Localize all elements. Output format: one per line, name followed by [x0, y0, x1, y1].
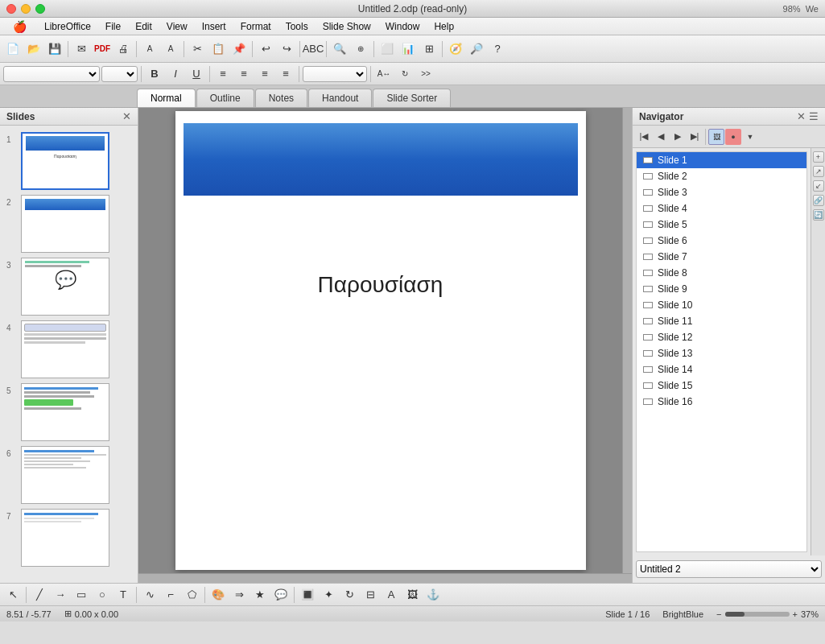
- slide-preview-6[interactable]: [21, 446, 109, 504]
- font-size-select[interactable]: [101, 66, 138, 82]
- rect-tool[interactable]: ▭: [72, 585, 91, 605]
- arrow-shapes-tool[interactable]: ⇒: [229, 585, 249, 605]
- pdf-button[interactable]: PDF: [93, 39, 112, 59]
- nav-back-far-button[interactable]: |◀: [636, 129, 652, 145]
- new-button[interactable]: 📄: [3, 39, 23, 59]
- navigator-file-select[interactable]: Untitled 2: [636, 560, 822, 578]
- menu-slideshow[interactable]: Slide Show: [316, 19, 377, 34]
- shapes-button[interactable]: ⬜: [377, 39, 397, 59]
- horizontal-scrollbar[interactable]: [138, 573, 632, 583]
- zoom-out-button[interactable]: −: [716, 609, 721, 619]
- arrow-tool[interactable]: →: [51, 585, 70, 605]
- shadow-tool[interactable]: 🔳: [298, 585, 317, 605]
- star-tool[interactable]: ★: [250, 585, 270, 605]
- undo-button[interactable]: ↩: [256, 39, 275, 59]
- slide-thumb-3[interactable]: 3 💬: [6, 258, 131, 316]
- fontwork-tool[interactable]: A: [382, 585, 401, 605]
- chart-button[interactable]: 📊: [398, 39, 418, 59]
- nav-item-7[interactable]: Slide 7: [637, 249, 806, 265]
- vertical-scrollbar[interactable]: [622, 108, 632, 573]
- more-btn[interactable]: >>: [416, 64, 435, 84]
- rotate-btn[interactable]: ↻: [395, 64, 415, 84]
- menu-libreoffice[interactable]: LibreOffice: [38, 19, 97, 34]
- tab-normal[interactable]: Normal: [137, 89, 196, 107]
- insert-image-tool[interactable]: 🖼: [402, 585, 422, 605]
- help-icon[interactable]: ?: [488, 39, 507, 59]
- apple-menu[interactable]: 🍎: [6, 19, 33, 35]
- char-spacing-button[interactable]: A↔: [374, 64, 394, 84]
- maximize-button[interactable]: [35, 4, 45, 14]
- font-style-1[interactable]: A: [140, 39, 159, 59]
- tab-outline[interactable]: Outline: [196, 89, 254, 107]
- minimize-button[interactable]: [21, 4, 31, 14]
- line-spacing-select[interactable]: [303, 66, 367, 82]
- slide-thumb-7[interactable]: 7: [6, 509, 131, 567]
- align-center-button[interactable]: ≡: [234, 64, 254, 84]
- cut-button[interactable]: ✂: [188, 39, 207, 59]
- open-button[interactable]: 📂: [24, 39, 43, 59]
- nav-item-5[interactable]: Slide 5: [637, 217, 806, 233]
- nav-side-5[interactable]: 🔄: [813, 209, 824, 221]
- navigator-close-button[interactable]: ✕: [797, 110, 806, 122]
- navigator-button[interactable]: 🧭: [446, 39, 465, 59]
- email-button[interactable]: ✉: [72, 39, 91, 59]
- print-button[interactable]: 🖨: [113, 39, 133, 59]
- table-button[interactable]: ⊞: [419, 39, 439, 59]
- nav-item-15[interactable]: Slide 15: [637, 378, 806, 394]
- menu-file[interactable]: File: [99, 19, 127, 34]
- italic-button[interactable]: I: [166, 64, 185, 84]
- callout-tool[interactable]: 💬: [271, 585, 291, 605]
- underline-button[interactable]: U: [187, 64, 206, 84]
- nav-item-1[interactable]: Slide 1: [637, 152, 806, 168]
- tab-handout[interactable]: Handout: [308, 89, 372, 107]
- nav-side-1[interactable]: +: [813, 151, 824, 163]
- nav-item-13[interactable]: Slide 13: [637, 345, 806, 361]
- nav-item-8[interactable]: Slide 8: [637, 265, 806, 281]
- nav-back-button[interactable]: ◀: [653, 129, 669, 145]
- fill-color-tool[interactable]: 🎨: [208, 585, 228, 605]
- menu-edit[interactable]: Edit: [129, 19, 159, 34]
- nav-item-2[interactable]: Slide 2: [637, 168, 806, 184]
- close-button[interactable]: [6, 4, 16, 14]
- slide-thumb-2[interactable]: 2: [6, 195, 131, 253]
- align-tool[interactable]: ⊟: [361, 585, 380, 605]
- slide-thumb-5[interactable]: 5: [6, 383, 131, 441]
- nav-item-16[interactable]: Slide 16: [637, 394, 806, 410]
- menu-window[interactable]: Window: [379, 19, 427, 34]
- slide-thumb-1[interactable]: 1 Παρουσίαση: [6, 132, 131, 190]
- menu-tools[interactable]: Tools: [279, 19, 315, 34]
- slide-preview-7[interactable]: [21, 509, 109, 567]
- nav-side-4[interactable]: 🔗: [813, 195, 824, 206]
- justify-button[interactable]: ≡: [276, 64, 295, 84]
- line-tool[interactable]: ╱: [30, 585, 49, 605]
- nav-item-11[interactable]: Slide 11: [637, 313, 806, 329]
- slide-thumb-6[interactable]: 6: [6, 446, 131, 504]
- copy-button[interactable]: 📋: [208, 39, 228, 59]
- zoom-in-button[interactable]: +: [793, 609, 798, 619]
- window-controls[interactable]: [6, 4, 45, 14]
- nav-item-14[interactable]: Slide 14: [637, 361, 806, 378]
- nav-item-3[interactable]: Slide 3: [637, 184, 806, 200]
- align-right-button[interactable]: ≡: [255, 64, 274, 84]
- nav-expand-button[interactable]: ▼: [742, 129, 758, 145]
- find-replace-button[interactable]: ⊕: [351, 39, 370, 59]
- save-button[interactable]: 💾: [45, 39, 64, 59]
- tab-slide-sorter[interactable]: Slide Sorter: [373, 89, 451, 107]
- spellcheck-button[interactable]: ABC: [303, 39, 323, 59]
- nav-item-10[interactable]: Slide 10: [637, 297, 806, 313]
- nav-side-3[interactable]: ↙: [813, 180, 824, 192]
- select-tool[interactable]: ↖: [3, 585, 23, 605]
- nav-color-button[interactable]: ●: [725, 129, 741, 145]
- navigator-slide-list[interactable]: Slide 1Slide 2Slide 3Slide 4Slide 5Slide…: [636, 151, 807, 552]
- nav-slide-icon[interactable]: 🖼: [708, 129, 724, 145]
- tab-notes[interactable]: Notes: [255, 89, 307, 107]
- anchor-tool[interactable]: ⚓: [423, 585, 443, 605]
- slide-preview-5[interactable]: [21, 383, 109, 441]
- redo-button[interactable]: ↪: [277, 39, 296, 59]
- slide-preview-1[interactable]: Παρουσίαση: [21, 132, 109, 190]
- nav-item-6[interactable]: Slide 6: [637, 233, 806, 249]
- nav-forward-button[interactable]: ▶: [670, 129, 686, 145]
- slide-preview-2[interactable]: [21, 195, 109, 253]
- find-button[interactable]: 🔍: [330, 39, 349, 59]
- effects-tool[interactable]: ✦: [319, 585, 338, 605]
